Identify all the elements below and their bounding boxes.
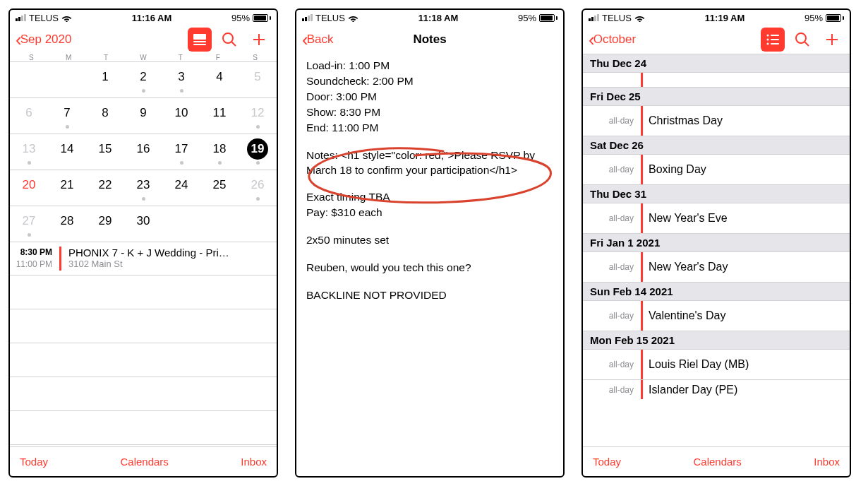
day-section-header: Thu Dec 24 [583, 54, 850, 73]
back-button[interactable]: ‹ October [589, 30, 636, 49]
day-cell[interactable] [48, 62, 86, 97]
svg-rect-12 [771, 43, 779, 45]
day-cell[interactable]: 25 [200, 170, 239, 206]
note-line: Soundcheck: 2:00 PM [306, 74, 553, 89]
svg-point-11 [767, 43, 769, 45]
signal-icon [302, 14, 313, 21]
empty-row [10, 377, 277, 411]
list-event-row[interactable] [583, 73, 850, 87]
list-event-row[interactable]: all-dayNew Year's Eve [583, 203, 850, 233]
weekday-label: S [13, 54, 50, 61]
day-cell[interactable]: 28 [48, 206, 86, 242]
day-cell[interactable]: 7 [48, 98, 86, 134]
day-cell[interactable]: 15 [86, 134, 124, 170]
calendars-button[interactable]: Calendars [693, 456, 741, 468]
wifi-icon [348, 14, 358, 22]
day-cell[interactable]: 2 [124, 62, 162, 97]
page-title: Notes [296, 32, 563, 47]
month-grid[interactable]: 1234567891011121314151617181920212223242… [10, 61, 277, 242]
weekday-header: SMTWTFS [10, 54, 277, 61]
event-row[interactable]: 8:30 PM 11:00 PM PHONIX 7 - K + J Weddin… [10, 242, 277, 275]
day-cell[interactable]: 20 [10, 170, 48, 206]
day-cell[interactable]: 23 [124, 170, 162, 206]
list-event-row[interactable]: all-dayValentine's Day [583, 301, 850, 331]
signal-icon [589, 14, 599, 21]
svg-point-3 [223, 33, 233, 43]
list-event-row[interactable]: all-dayLouis Riel Day (MB) [583, 350, 850, 379]
bottom-toolbar: Today Calendars Inbox [10, 446, 277, 476]
day-cell[interactable] [10, 62, 48, 97]
status-bar: TELUS 11:19 AM 95% [583, 10, 850, 25]
search-button[interactable] [790, 28, 814, 52]
list-event-row[interactable]: all-dayNew Year's Day [583, 252, 850, 282]
svg-rect-1 [193, 41, 206, 42]
day-cell[interactable]: 4 [200, 62, 239, 97]
calendars-button[interactable]: Calendars [120, 456, 168, 468]
back-button[interactable]: ‹ Sep 2020 [16, 30, 71, 49]
search-button[interactable] [217, 28, 241, 52]
day-cell[interactable]: 26 [239, 170, 277, 206]
nav-bar: ‹ Sep 2020 [10, 25, 277, 54]
note-line: Show: 8:30 PM [306, 105, 553, 120]
status-bar: TELUS 11:18 AM 95% [296, 10, 563, 25]
day-cell[interactable]: 12 [239, 98, 277, 134]
back-label: Back [307, 32, 334, 47]
wifi-icon [61, 14, 72, 22]
today-button[interactable]: Today [20, 456, 48, 468]
weekday-label: W [125, 54, 162, 61]
event-list[interactable]: Thu Dec 24Fri Dec 25all-dayChristmas Day… [583, 54, 850, 446]
svg-line-4 [232, 42, 236, 47]
event-subtitle: 3102 Main St [68, 259, 271, 269]
day-cell[interactable]: 5 [239, 62, 277, 97]
empty-row [10, 343, 277, 377]
day-cell[interactable] [200, 206, 239, 242]
battery-icon [826, 14, 844, 22]
day-cell[interactable]: 14 [48, 134, 86, 170]
day-cell[interactable]: 18 [200, 134, 239, 170]
list-event-row[interactable]: all-dayBoxing Day [583, 155, 850, 184]
view-mode-button[interactable] [188, 28, 212, 52]
empty-row [10, 309, 277, 343]
note-line: Pay: $310 each [306, 206, 553, 220]
day-cell[interactable]: 1 [86, 62, 124, 97]
note-line: 2x50 minutes set [306, 233, 553, 248]
day-cell[interactable]: 29 [86, 206, 124, 242]
day-cell[interactable]: 17 [162, 134, 200, 170]
day-cell[interactable]: 16 [124, 134, 162, 170]
list-view-button[interactable] [761, 28, 785, 52]
nav-bar: ‹ October [583, 25, 850, 54]
day-cell[interactable]: 22 [86, 170, 124, 206]
note-line: End: 11:00 PM [306, 121, 553, 136]
svg-rect-0 [193, 34, 206, 40]
clock: 11:16 AM [132, 13, 172, 23]
today-button[interactable]: Today [593, 456, 621, 468]
list-event-row[interactable]: all-dayChristmas Day [583, 106, 850, 136]
day-cell[interactable]: 24 [162, 170, 200, 206]
inbox-button[interactable]: Inbox [814, 456, 840, 468]
carrier-label: TELUS [315, 13, 345, 23]
notes-body[interactable]: Load-in: 1:00 PMSoundcheck: 2:00 PMDoor:… [296, 54, 563, 476]
weekday-label: T [162, 54, 199, 61]
day-cell[interactable]: 13 [10, 134, 48, 170]
day-cell[interactable] [162, 206, 200, 242]
day-cell[interactable]: 9 [124, 98, 162, 134]
day-cell[interactable]: 3 [162, 62, 200, 97]
day-section-header: Fri Dec 25 [583, 87, 850, 106]
day-cell[interactable]: 19 [239, 134, 277, 170]
add-button[interactable] [820, 28, 844, 52]
add-button[interactable] [247, 28, 271, 52]
day-cell[interactable]: 27 [10, 206, 48, 242]
back-button[interactable]: ‹ Back [302, 30, 333, 49]
day-cell[interactable]: 21 [48, 170, 86, 206]
day-cell[interactable] [239, 206, 277, 242]
day-cell[interactable]: 10 [162, 98, 200, 134]
event-color-bar [59, 247, 61, 271]
list-event-row[interactable]: all-dayIslander Day (PE) [583, 379, 850, 399]
day-cell[interactable]: 6 [10, 98, 48, 134]
day-cell[interactable]: 30 [124, 206, 162, 242]
inbox-button[interactable]: Inbox [241, 456, 267, 468]
clock: 11:18 AM [418, 13, 459, 23]
battery-pct: 95% [518, 13, 536, 23]
day-cell[interactable]: 8 [86, 98, 124, 134]
day-cell[interactable]: 11 [200, 98, 239, 134]
